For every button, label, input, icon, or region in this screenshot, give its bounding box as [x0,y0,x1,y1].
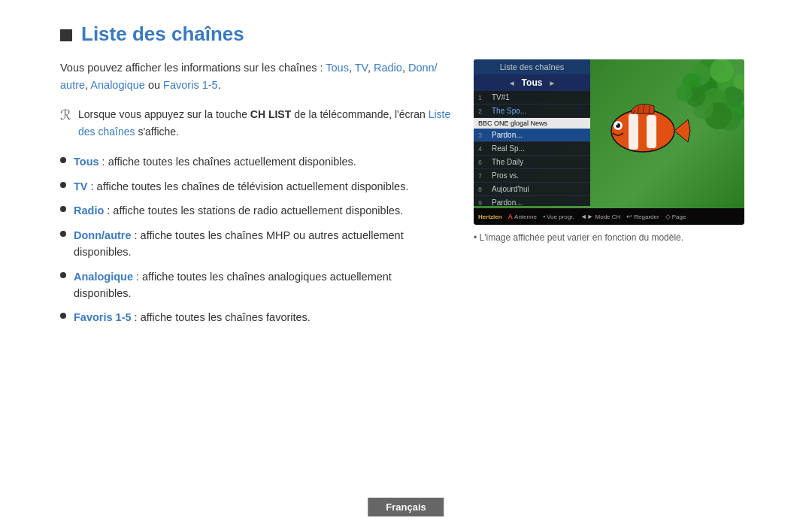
list-item: Favoris 1-5 : affiche toutes les chaînes… [60,309,451,326]
svg-point-14 [676,85,692,101]
ch-num: 1 [478,94,489,101]
ch-name: The Daily [492,158,523,166]
bullet-dot [60,157,66,163]
main-content: Vous pouvez afficher les informations su… [60,59,752,334]
ch-num: 4 [478,145,489,153]
tv-statusbar: Hertzien A Antenne ▪ Vue progr. ◄► Mode … [474,208,744,225]
intro-favoris: Favoris 1-5 [163,79,218,91]
intro-radio: Radio [374,62,402,74]
ch-num: 8 [478,186,489,193]
bbc-label: BBC ONE glogal News [474,118,590,129]
term-donn: Donn/autre [74,229,132,241]
bullet-list: Tous : affiche toutes les chaînes actuel… [60,153,451,326]
intro-tous: Tous [326,62,349,74]
bullet-text: TV : affiche toutes les chaînes de télév… [74,178,408,195]
list-item: TV : affiche toutes les chaînes de télév… [60,178,451,195]
channel-overlay: Liste des chaînes ◄ Tous ► 1 [474,59,590,206]
status-vue: ▪ Vue progr. [543,213,574,220]
ch-num: 7 [478,172,489,180]
tab-left-arrow: ◄ [508,79,516,87]
ch-num: 9 [478,199,489,207]
term-tv: TV [74,180,88,192]
term-tous: Tous [74,156,99,168]
bullet-text: Favoris 1-5 : affiche toutes les chaînes… [74,309,311,326]
channel-item: 6 The Daily [474,156,590,169]
note-box: ℛ Lorsque vous appuyez sur la touche CH … [60,106,451,140]
image-caption: • L'image affichée peut varier en foncti… [474,232,752,243]
intro-text-before: Vous pouvez afficher les informations su… [60,62,326,74]
channel-header-text: Liste des chaînes [500,62,565,71]
svg-point-3 [710,59,734,83]
status-mode: ◄► Mode CH [580,213,621,220]
ch-num: 2 [478,108,489,115]
term-favoris: Favoris 1-5 [74,311,132,323]
intro-paragraph: Vous pouvez afficher les informations su… [60,59,451,94]
ch-name: Pardon... [492,131,523,139]
list-item: Tous : affiche toutes les chaînes actuel… [60,153,451,170]
channel-list: 1 TV#1 2 The Spo... BBC ONE glogal News … [474,91,590,208]
channel-item: 7 Pros vs. [474,169,590,183]
ch-name: Pros vs. [492,171,519,180]
bullet-text: Analogique : affiche toutes les chaînes … [74,268,451,302]
page-title: Liste des chaînes [81,23,244,46]
status-regarder: ↩ Regarder [626,213,659,220]
title-square-icon [60,29,72,41]
channel-item-highlighted: 3 Pardon... [474,129,590,142]
note-text: Lorsque vous appuyez sur la touche CH LI… [78,106,451,140]
tv-inner: Liste des chaînes ◄ Tous ► 1 [474,59,744,225]
ch-name: TV#1 [492,93,510,101]
bullet-text: Donn/autre : affiche toutes les chaînes … [74,227,451,261]
svg-point-21 [616,123,618,126]
right-column: Liste des chaînes ◄ Tous ► 1 [474,59,752,334]
list-item: Donn/autre : affiche toutes les chaînes … [60,227,451,261]
channel-header: Liste des chaînes [474,59,590,74]
bullet-text: Radio : affiche toutes les stations de r… [74,202,403,219]
bullet-dot [60,206,66,212]
channel-item: 2 The Spo... [474,104,590,118]
ch-name: Real Sp... [492,144,525,153]
ch-list-label: CH LIST [250,108,291,120]
bullet-dot [60,272,66,278]
fish-background: Liste des chaînes ◄ Tous ► 1 [474,59,744,208]
bullet-dot [60,182,66,188]
bullet-text: Tous : affiche toutes les chaînes actuel… [74,153,356,170]
channel-item: 9 Pardon... [474,196,590,208]
ch-num: 3 [478,132,489,139]
bullet-dot [60,231,66,237]
hertzien-label: Hertzien [478,214,502,220]
left-column: Vous pouvez afficher les informations su… [60,59,451,334]
ch-name: Aujourd'hui [492,185,529,193]
footer-label: Français [368,498,444,516]
bullet-dot [60,313,66,319]
ch-name: Pardon... [492,198,523,207]
list-item: Analogique : affiche toutes les chaînes … [60,268,451,302]
channel-item: 1 TV#1 [474,91,590,104]
tv-screenshot: Liste des chaînes ◄ Tous ► 1 [474,59,744,225]
channel-tabs: ◄ Tous ► [474,74,590,91]
svg-rect-17 [647,115,656,148]
tab-tous: Tous [522,77,543,88]
channel-item: 4 Real Sp... [474,142,590,156]
tab-right-arrow: ► [548,79,556,87]
intro-analogique: Analogique [90,79,145,91]
ch-name: The Spo... [492,107,526,115]
anemone-svg [571,59,744,206]
status-page: ◇ Page [665,213,686,220]
note-icon: ℛ [60,107,71,123]
svg-rect-16 [629,114,638,150]
term-radio: Radio [74,204,104,217]
ch-num: 6 [478,159,489,166]
channel-item: 8 Aujourd'hui [474,183,590,196]
status-antenne: A Antenne [508,213,537,220]
intro-tv: TV [355,62,368,74]
title-row: Liste des chaînes [60,23,752,46]
term-analogique: Analogique [74,271,133,283]
list-item: Radio : affiche toutes les stations de r… [60,202,451,219]
page-container: Liste des chaînes Vous pouvez afficher l… [0,0,812,530]
